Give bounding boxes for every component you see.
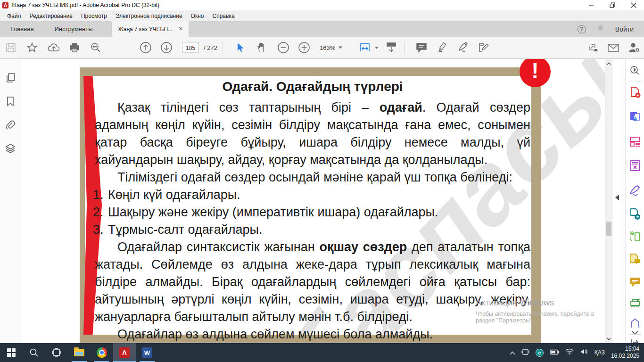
taskbar-clock[interactable]: 15:04 16.02.2025 xyxy=(611,346,639,360)
paragraph-4: Одағайлар өз алдына сөйлем мүшесі бола а… xyxy=(95,326,530,343)
menu-edit[interactable]: Редактирование xyxy=(25,10,77,21)
help-icon[interactable]: ? xyxy=(578,25,586,33)
previous-page-icon[interactable] xyxy=(140,41,152,54)
paragraph-2: Тіліміздегі одағай сөздер осындай мәніне… xyxy=(95,169,530,186)
fill-sign-icon[interactable] xyxy=(457,42,470,53)
battery-icon[interactable] xyxy=(550,348,559,357)
export-pdf-icon[interactable] xyxy=(629,111,641,123)
zoom-level-dropdown[interactable]: 163% xyxy=(320,44,342,51)
tools-panel xyxy=(612,59,644,343)
start-button[interactable] xyxy=(0,343,23,362)
vertical-scrollbar[interactable] xyxy=(605,59,612,343)
word-button[interactable]: W xyxy=(136,343,158,362)
cloud-upload-icon[interactable] xyxy=(48,42,60,53)
notifications-bell-icon[interactable] xyxy=(596,24,605,34)
paragraph-3: Одағайлар синтаксистік жағынан оқшау сөз… xyxy=(95,239,530,326)
menu-help[interactable]: Справка xyxy=(208,10,239,21)
chrome-button[interactable] xyxy=(91,343,113,362)
file-explorer-button[interactable] xyxy=(68,343,91,362)
acrobat-logo-icon: A xyxy=(2,2,8,8)
select-tool-icon[interactable] xyxy=(235,42,245,53)
edit-pdf-icon[interactable] xyxy=(478,42,490,53)
search-icon[interactable] xyxy=(90,42,101,53)
clock-time: 15:04 xyxy=(611,346,639,353)
scrollbar-thumb[interactable] xyxy=(606,222,611,236)
organize-pages-icon[interactable] xyxy=(629,135,641,148)
highlight-icon[interactable] xyxy=(437,42,449,53)
tray-display-icon[interactable] xyxy=(521,348,529,357)
fill-sign-tool-icon[interactable] xyxy=(629,184,641,197)
page-frame-left xyxy=(80,67,85,343)
scroll-down-icon[interactable] xyxy=(605,335,612,342)
collapse-panel-icon[interactable] xyxy=(615,195,619,200)
attachments-icon[interactable] xyxy=(5,119,16,131)
scan-ocr-icon[interactable] xyxy=(629,297,641,310)
language-indicator[interactable]: ҚАЗ xyxy=(594,349,605,356)
acrobat-taskbar-icon: Λ xyxy=(119,347,130,358)
next-page-icon[interactable] xyxy=(160,41,173,54)
zoom-out-icon[interactable] xyxy=(277,41,289,54)
share-link-icon[interactable] xyxy=(586,42,599,53)
layers-icon[interactable] xyxy=(5,143,16,154)
bookmarks-icon[interactable] xyxy=(5,96,16,107)
system-tray: e ҚАЗ 15:04 16.02.2025 xyxy=(510,343,644,362)
title-bar: A Жаңа 7 каз УЧЕБНИК.pdf - Adobe Acrobat… xyxy=(0,0,644,10)
request-comments-icon[interactable] xyxy=(629,253,641,265)
tab-close-icon[interactable]: ✕ xyxy=(177,26,184,33)
tools-rail xyxy=(625,59,644,343)
page-number-input[interactable]: 185 xyxy=(182,43,199,53)
comment-tool-icon[interactable] xyxy=(629,276,641,288)
tray-chevron-up-icon[interactable] xyxy=(510,348,515,357)
crop-pages-icon[interactable] xyxy=(629,230,641,243)
wifi-icon[interactable] xyxy=(565,348,574,357)
menu-view[interactable]: Просмотр xyxy=(77,10,111,21)
tab-document-label: Жаңа 7 каз УЧЕБН... xyxy=(118,26,173,33)
star-favorites-icon[interactable] xyxy=(26,42,38,53)
volume-icon[interactable] xyxy=(580,348,588,357)
print-icon[interactable] xyxy=(69,42,80,53)
task-view-button[interactable] xyxy=(45,343,68,362)
restore-button[interactable] xyxy=(602,0,623,10)
scroll-up-icon[interactable] xyxy=(605,60,612,67)
hand-tool-icon[interactable] xyxy=(256,42,267,53)
list-item: 1.Көңіл күй одағайлары. xyxy=(95,186,530,204)
create-pdf-icon[interactable] xyxy=(629,86,641,99)
close-button[interactable] xyxy=(623,0,644,10)
fit-width-dropdown[interactable] xyxy=(359,42,379,53)
document-canvas[interactable]: баспасы ! Одағай. Одағайдың түрлері Қаза… xyxy=(22,59,605,343)
left-nav-rail xyxy=(0,59,21,343)
page-display-icon[interactable] xyxy=(385,42,397,53)
minimize-button[interactable] xyxy=(580,0,602,10)
save-icon[interactable] xyxy=(6,42,16,53)
zoom-in-icon[interactable] xyxy=(298,41,310,54)
page-frame-top xyxy=(80,67,541,76)
acrobat-button[interactable]: Λ xyxy=(113,343,136,362)
send-for-signature-icon[interactable] xyxy=(629,208,641,220)
email-icon[interactable] xyxy=(607,42,619,53)
delete-pages-icon[interactable] xyxy=(629,160,641,172)
menu-file[interactable]: Файл xyxy=(3,10,25,21)
search-tools-icon[interactable] xyxy=(629,65,641,77)
tab-document[interactable]: Жаңа 7 каз УЧЕБН... ✕ xyxy=(112,21,189,37)
menu-esign[interactable]: Электронное подписание xyxy=(111,10,187,21)
acrobat-window: A Жаңа 7 каз УЧЕБНИК.pdf - Adobe Acrobat… xyxy=(0,0,644,362)
comment-icon[interactable] xyxy=(416,42,427,53)
main-area: баспасы ! Одағай. Одағайдың түрлері Қаза… xyxy=(0,59,644,343)
chevron-down-icon xyxy=(375,47,379,49)
tab-bar: Главная Инструменты Жаңа 7 каз УЧЕБН... … xyxy=(0,21,644,37)
paragraph-1: Қазақ тіліндегі сөз таптарының бірі – од… xyxy=(95,99,530,169)
tab-tools[interactable]: Инструменты xyxy=(44,21,103,37)
page-title: Одағай. Одағайдың түрлері xyxy=(95,78,530,95)
page-thumbnails-icon[interactable] xyxy=(5,72,16,83)
menu-window[interactable]: Окно xyxy=(187,10,208,21)
windows-activation-watermark: Активация Windows Чтобы активировать Win… xyxy=(476,298,594,324)
taskbar-search-button[interactable] xyxy=(23,343,45,362)
windows-taskbar: Λ W e ҚАЗ 15:04 xyxy=(0,343,644,362)
menu-bar: Файл Редактирование Просмотр Электронное… xyxy=(0,10,644,21)
list-item: 3.Тұрмыс-салт одағайлары. xyxy=(95,221,530,239)
sign-in-button[interactable]: Войти xyxy=(615,25,634,33)
chevron-down-icon xyxy=(339,47,342,49)
tab-home[interactable]: Главная xyxy=(0,21,44,37)
eset-antivirus-icon[interactable]: e xyxy=(536,349,544,357)
person-add-icon[interactable] xyxy=(628,42,640,53)
